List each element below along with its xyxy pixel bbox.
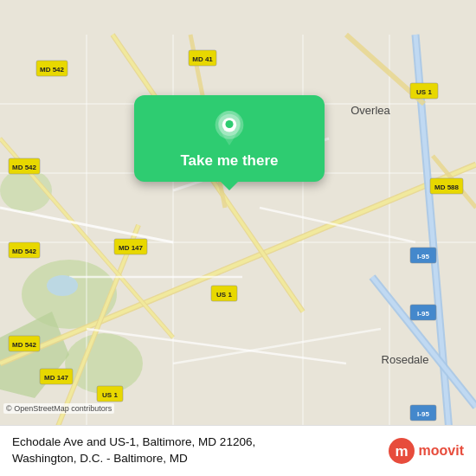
address-block: Echodale Ave and US-1, Baltimore, MD 212… — [12, 434, 379, 467]
svg-text:US 1: US 1 — [416, 88, 432, 96]
moovit-icon: m — [388, 437, 415, 465]
svg-text:MD 542: MD 542 — [12, 341, 37, 349]
popup-label: Take me there — [180, 152, 278, 170]
svg-point-69 — [225, 120, 233, 128]
svg-point-65 — [47, 275, 78, 296]
svg-text:m: m — [395, 443, 408, 460]
svg-text:MD 588: MD 588 — [434, 183, 460, 191]
take-me-there-button[interactable]: Take me there — [134, 95, 325, 182]
svg-text:Overlea: Overlea — [351, 104, 390, 117]
location-pin-icon — [214, 111, 245, 145]
svg-text:MD 542: MD 542 — [12, 248, 37, 255]
osm-attribution: © OpenStreetMap contributors — [3, 403, 114, 414]
address-line2: Washington, D.C. - Baltimore, MD — [12, 451, 379, 467]
svg-text:MD 542: MD 542 — [12, 164, 37, 171]
svg-text:MD 147: MD 147 — [44, 374, 69, 382]
svg-text:MD 542: MD 542 — [40, 66, 65, 74]
svg-text:I-95: I-95 — [417, 253, 429, 261]
moovit-logo: m moovit — [388, 437, 464, 465]
svg-text:Rosedale: Rosedale — [382, 353, 429, 366]
svg-text:I-95: I-95 — [417, 310, 429, 318]
svg-text:US 1: US 1 — [102, 391, 118, 399]
map-container: MD 542 MD 41 US 1 MD 588 MD 147 MD 542 M… — [0, 0, 476, 476]
svg-text:MD 147: MD 147 — [119, 244, 144, 252]
moovit-brand-text: moovit — [419, 443, 464, 459]
svg-text:US 1: US 1 — [216, 291, 232, 299]
svg-text:MD 41: MD 41 — [192, 55, 213, 63]
bottom-bar: Echodale Ave and US-1, Baltimore, MD 212… — [0, 425, 476, 476]
address-line1: Echodale Ave and US-1, Baltimore, MD 212… — [12, 434, 379, 451]
svg-text:I-95: I-95 — [417, 410, 429, 418]
